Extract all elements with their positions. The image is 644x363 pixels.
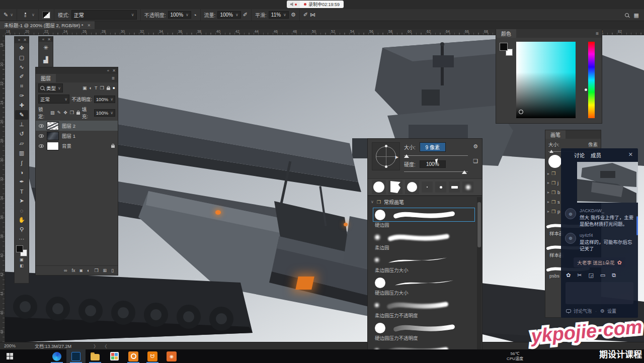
histogram-panel-icon[interactable]: ▟ [39, 54, 53, 66]
brush-hardness-field[interactable]: 100% [420, 160, 446, 168]
shared-image-thumbnail[interactable] [577, 162, 638, 203]
expand-panel-icon[interactable]: « [42, 37, 44, 42]
brush-preset-item[interactable]: 柔边圆压力大小 [368, 253, 482, 276]
tool-button[interactable]: ⋯ [15, 234, 28, 244]
lock-transparency-icon[interactable]: ▨ [50, 110, 55, 115]
brush-preset-item[interactable]: 硬边圆 [368, 208, 482, 230]
filter-pixel-icon[interactable]: ▣ [83, 85, 87, 90]
chat-toolbar-icon[interactable]: ⧉ [612, 272, 616, 279]
tool-button[interactable]: ◌ [15, 206, 28, 215]
quick-mask-icon[interactable]: ▣ [20, 257, 24, 262]
layer-row[interactable]: 图层 1 [36, 131, 118, 141]
lock-position-icon[interactable]: ✥ [63, 110, 67, 115]
layer-thumbnail[interactable] [47, 132, 59, 140]
layers-footer-icon[interactable]: ❒ [94, 268, 98, 273]
speaker-icon[interactable] [287, 1, 300, 8]
layers-footer-icon[interactable]: ◐ [87, 268, 90, 273]
recent-brush[interactable] [449, 182, 460, 193]
collapse-tools-icon[interactable]: » [18, 38, 20, 42]
layers-footer-icon[interactable]: ⊞ [103, 268, 107, 273]
filter-type-icon[interactable]: T [95, 85, 98, 90]
popup-gear-icon[interactable]: ⚙ [473, 143, 478, 150]
chat-toolbar-icon[interactable]: ▭ [600, 272, 605, 279]
tool-button[interactable]: ➤ [15, 196, 28, 206]
tool-button[interactable]: ∿ [15, 62, 28, 72]
brush-hardness-slider[interactable] [404, 169, 468, 174]
lock-pixels-icon[interactable]: ✎ [57, 110, 61, 115]
opacity-field[interactable]: 100%∨ [168, 11, 191, 19]
layer-visibility-icon[interactable] [39, 134, 44, 138]
pressure-opacity-icon[interactable]: ◔ [193, 12, 197, 18]
airbrush-icon[interactable]: ✐ [243, 12, 248, 18]
toggle-brush-panel-icon[interactable] [42, 12, 50, 19]
chat-tab[interactable]: 成员 [591, 151, 601, 159]
mode-select[interactable]: 正常∨ [71, 10, 137, 20]
layers-tab[interactable]: 图层 [36, 74, 56, 82]
chat-tab[interactable]: 讨论 [574, 151, 585, 159]
color-menu-icon[interactable]: ≡ [596, 31, 602, 36]
brush-size-field[interactable]: 9 像素 [420, 142, 446, 152]
symmetry-icon[interactable]: ⋈ [310, 12, 315, 18]
recent-brush[interactable] [462, 182, 473, 193]
brush-preset-picker[interactable]: 8 ∨ [17, 9, 39, 21]
vertical-ruler[interactable]: 18202224262830323436384042444648 [0, 29, 5, 342]
close-document-icon[interactable]: ✕ [87, 23, 91, 28]
tool-button[interactable]: ✎ [15, 110, 28, 120]
status-arrows[interactable]: 〉 〈 [94, 343, 109, 349]
tool-button[interactable]: ✐ [15, 72, 28, 81]
brushes-tip-preview[interactable] [548, 155, 561, 168]
chat-toolbar-icon[interactable]: ✂ [577, 272, 582, 279]
recent-brush[interactable] [388, 180, 403, 194]
foreground-background-swatches[interactable] [16, 245, 27, 256]
layers-footer-icon[interactable]: ▯ [111, 268, 114, 273]
taskbar-edge[interactable] [47, 349, 66, 363]
chat-toolbar-icon[interactable]: ✿ [566, 272, 571, 279]
layer-row[interactable]: 图层 2 [36, 121, 118, 131]
chat-settings[interactable]: 设置 [607, 308, 616, 314]
brush-preset-item[interactable]: 硬边圆压力不透明度 [368, 321, 482, 343]
close-tools-icon[interactable]: ✕ [23, 38, 27, 42]
lock-artboard-icon[interactable]: ❒ [70, 110, 74, 115]
taskbar-photoshop[interactable] [66, 349, 86, 363]
tool-button[interactable]: ✒ [15, 177, 28, 187]
avatar[interactable]: ◍ [565, 233, 576, 244]
recent-brush[interactable] [372, 180, 386, 194]
filter-smart-object-icon[interactable] [107, 87, 110, 90]
search-icon[interactable] [625, 13, 629, 17]
collapse-layers-icon[interactable]: « [107, 68, 109, 73]
tool-button[interactable]: ▥ [15, 148, 28, 158]
layer-name[interactable]: 图层 1 [62, 132, 75, 139]
chat-input[interactable] [566, 282, 633, 304]
brush-list-scrollbar[interactable] [477, 197, 481, 353]
taskbar-orange-app[interactable]: ◉ [162, 349, 181, 363]
avatar[interactable]: ◍ [565, 208, 576, 219]
layers-footer-icon[interactable]: fx [72, 268, 75, 273]
foreground-color-swatch[interactable] [16, 245, 23, 252]
fill-field[interactable]: 100%∨ [94, 109, 115, 117]
layer-thumbnail[interactable] [47, 122, 59, 130]
chat-scrollbar[interactable] [636, 216, 638, 235]
lock-all-icon[interactable] [76, 112, 80, 115]
panel-foreground-swatch[interactable] [500, 43, 508, 51]
saturation-brightness-field[interactable] [516, 42, 576, 118]
tool-button[interactable]: ⚲ [15, 225, 28, 234]
close-panel-icon[interactable]: ✕ [47, 37, 51, 42]
document-tab[interactable]: 未标题-1 @ 200% (图层 2, RGB/8#) * ✕ [0, 21, 95, 29]
brush-preset-item[interactable]: 柔边圆 [368, 230, 482, 253]
layer-row[interactable]: 背景 [36, 141, 118, 151]
layer-visibility-icon[interactable] [39, 124, 44, 128]
panel-color-swatches[interactable] [500, 43, 513, 56]
start-button[interactable] [0, 349, 19, 363]
hue-strip[interactable] [588, 42, 595, 118]
layers-footer-icon[interactable]: ∞ [64, 268, 67, 273]
chat-toolbar-icon[interactable]: ◲ [588, 272, 593, 279]
tool-button[interactable]: ✋ [15, 215, 28, 225]
layers-footer-icon[interactable]: ◙ [80, 268, 83, 273]
recent-brush[interactable] [405, 180, 419, 194]
layer-thumbnail[interactable] [47, 142, 59, 150]
brushes-tab[interactable]: 画笔 [545, 130, 566, 139]
tool-button[interactable]: ⌗ [15, 81, 28, 91]
tool-button[interactable]: T [15, 187, 28, 196]
brush-preset-item[interactable]: 硬边圆压力大小 [368, 276, 482, 298]
tool-button[interactable]: ▢ [15, 53, 28, 62]
